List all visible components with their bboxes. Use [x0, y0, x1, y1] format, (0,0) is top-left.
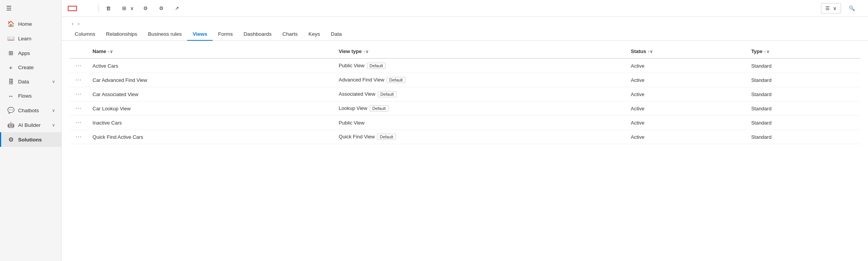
- table-header: Name↑∨View type↑∨Status↑∨Type↑∨: [69, 45, 860, 58]
- table-body: ··· Active Cars Public ViewDefault Activ…: [69, 58, 860, 144]
- sidebar-item-create[interactable]: + Create: [0, 60, 61, 75]
- th-type[interactable]: Type↑∨: [747, 45, 860, 58]
- default-badge-2: Default: [378, 91, 397, 97]
- row-viewtype-5: Quick Find ViewDefault: [334, 130, 627, 144]
- more-options-button-0[interactable]: ···: [74, 62, 83, 69]
- tab-dashboards[interactable]: Dashboards: [238, 28, 277, 41]
- sidebar-item-flows[interactable]: ↔ Flows: [0, 89, 61, 103]
- sidebar-item-chatbots[interactable]: 💬 Chatbots ∨: [0, 103, 61, 118]
- row-name-1: Car Advanced Find View: [88, 73, 334, 87]
- row-more-3[interactable]: ···: [69, 101, 88, 116]
- row-name-2: Car Associated View: [88, 87, 334, 101]
- th-status[interactable]: Status↑∨: [626, 45, 747, 58]
- table-row[interactable]: ··· Active Cars Public ViewDefault Activ…: [69, 58, 860, 73]
- row-name-4: Inactive Cars: [88, 116, 334, 130]
- chevron-icon-chatbots: ∨: [52, 108, 55, 113]
- row-status-4: Active: [626, 116, 747, 130]
- toolbar: 🗑 ⊞ ∨ ⚙ ⚙ ↗ ☰ ∨ 🔍: [62, 0, 868, 17]
- sidebar-label-apps: Apps: [18, 50, 30, 56]
- data-icon: ⊞: [122, 5, 126, 11]
- switch-to-classic-button[interactable]: ↗: [171, 3, 185, 13]
- sidebar-item-learn[interactable]: 📖 Learn: [0, 31, 61, 46]
- more-options-button-3[interactable]: ···: [74, 105, 83, 112]
- sidebar-icon-learn: 📖: [7, 35, 14, 42]
- row-status-2: Active: [626, 87, 747, 101]
- table-row[interactable]: ··· Quick Find Active Cars Quick Find Vi…: [69, 130, 860, 144]
- row-type-4: Standard: [747, 116, 860, 130]
- add-required-components-button[interactable]: [88, 7, 96, 10]
- data-button[interactable]: ⊞ ∨: [118, 3, 138, 13]
- toolbar-right: ☰ ∨ 🔍: [821, 3, 862, 13]
- sidebar-label-flows: Flows: [18, 93, 32, 99]
- separator-1: [99, 5, 99, 12]
- default-button[interactable]: ☰ ∨: [821, 3, 841, 13]
- row-viewtype-0: Public ViewDefault: [334, 58, 627, 73]
- table-row[interactable]: ··· Inactive Cars Public View Active Sta…: [69, 116, 860, 130]
- row-more-2[interactable]: ···: [69, 87, 88, 101]
- tab-columns[interactable]: Columns: [69, 28, 101, 41]
- th-name[interactable]: Name↑∨: [88, 45, 334, 58]
- chevron-down-icon-default: ∨: [833, 5, 837, 11]
- tab-keys[interactable]: Keys: [303, 28, 325, 41]
- tab-relationships[interactable]: Relationships: [101, 28, 142, 41]
- sidebar-item-home[interactable]: 🏠 Home: [0, 17, 61, 31]
- table-row[interactable]: ··· Car Associated View Associated ViewD…: [69, 87, 860, 101]
- tabs-bar: ColumnsRelationshipsBusiness rulesViewsF…: [62, 28, 868, 41]
- row-type-1: Standard: [747, 73, 860, 87]
- row-more-5[interactable]: ···: [69, 130, 88, 144]
- sidebar-item-ai-builder[interactable]: 🤖 AI Builder ∨: [0, 118, 61, 132]
- sort-icon-name: ↑∨: [108, 49, 113, 54]
- breadcrumb-sep-2: ›: [78, 21, 79, 27]
- sidebar-icon-chatbots: 💬: [7, 107, 14, 114]
- sidebar-icon-ai-builder: 🤖: [7, 121, 14, 128]
- tab-forms[interactable]: Forms: [213, 28, 238, 41]
- th-more: [69, 45, 88, 58]
- tab-business-rules[interactable]: Business rules: [142, 28, 187, 41]
- more-options-button-2[interactable]: ···: [74, 91, 83, 98]
- sort-icon-type: ↑∨: [764, 49, 769, 54]
- settings-icon: ⚙: [159, 5, 164, 11]
- sort-icon-status: ↑∨: [648, 49, 653, 54]
- add-subcomponents-button[interactable]: [79, 7, 86, 10]
- row-more-0[interactable]: ···: [69, 58, 88, 73]
- sidebar-item-apps[interactable]: ⊞ Apps: [0, 46, 61, 60]
- sidebar-label-data: Data: [18, 79, 29, 85]
- row-name-0: Active Cars: [88, 58, 334, 73]
- tab-views[interactable]: Views: [187, 28, 213, 41]
- settings-button[interactable]: ⚙: [155, 3, 169, 13]
- sidebar-icon-home: 🏠: [7, 20, 14, 27]
- more-options-button-4[interactable]: ···: [74, 119, 83, 126]
- row-more-1[interactable]: ···: [69, 73, 88, 87]
- delete-icon: 🗑: [106, 5, 111, 11]
- search-button[interactable]: 🔍: [844, 3, 862, 13]
- row-name-5: Quick Find Active Cars: [88, 130, 334, 144]
- more-options-button-5[interactable]: ···: [74, 133, 83, 140]
- add-view-button[interactable]: [68, 6, 77, 11]
- delete-table-button[interactable]: 🗑: [102, 3, 117, 13]
- row-status-0: Active: [626, 58, 747, 73]
- row-name-3: Car Lookup View: [88, 101, 334, 116]
- table-header-row: Name↑∨View type↑∨Status↑∨Type↑∨: [69, 45, 860, 58]
- breadcrumb: › ›: [62, 17, 868, 28]
- default-badge-0: Default: [367, 63, 386, 69]
- row-status-5: Active: [626, 130, 747, 144]
- row-type-0: Standard: [747, 58, 860, 73]
- sidebar-item-data[interactable]: 🗄 Data ∨: [0, 75, 61, 89]
- sidebar-label-solutions: Solutions: [18, 137, 42, 143]
- th-view-type[interactable]: View type↑∨: [334, 45, 627, 58]
- hamburger-menu[interactable]: ☰: [0, 0, 61, 17]
- sidebar-icon-data: 🗄: [7, 78, 14, 85]
- tab-data[interactable]: Data: [325, 28, 347, 41]
- table-row[interactable]: ··· Car Lookup View Lookup ViewDefault A…: [69, 101, 860, 116]
- chevron-icon-data: ∨: [52, 79, 55, 84]
- dependencies-icon: ⚙: [143, 5, 148, 11]
- tab-charts[interactable]: Charts: [277, 28, 303, 41]
- show-dependencies-button[interactable]: ⚙: [139, 3, 154, 13]
- sidebar-item-solutions[interactable]: ⊙ Solutions: [0, 132, 61, 147]
- more-options-button-1[interactable]: ···: [74, 76, 83, 83]
- search-icon: 🔍: [849, 5, 855, 11]
- table-row[interactable]: ··· Car Advanced Find View Advanced Find…: [69, 73, 860, 87]
- row-more-4[interactable]: ···: [69, 116, 88, 130]
- sidebar-icon-solutions: ⊙: [7, 136, 14, 143]
- row-viewtype-1: Advanced Find ViewDefault: [334, 73, 627, 87]
